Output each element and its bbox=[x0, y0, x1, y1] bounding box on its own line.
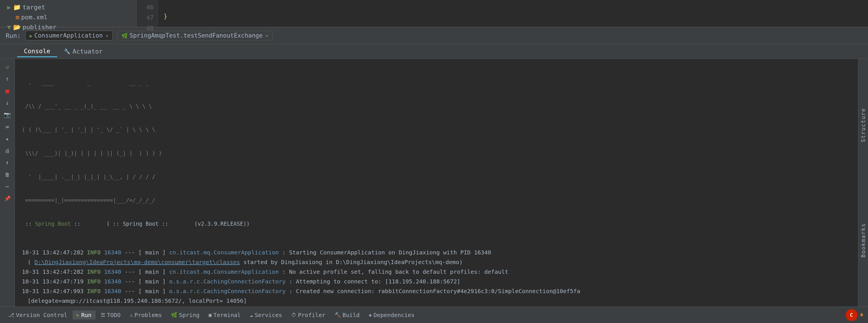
code-area: ▶ 📁 target m pom.xml ▼ 📂 publisher 46 47… bbox=[0, 0, 868, 27]
log-thread: main bbox=[145, 248, 159, 257]
line-number: 46 bbox=[136, 2, 154, 13]
pin-button[interactable]: 📌 bbox=[2, 193, 12, 203]
run-tab-consumer[interactable]: ▶ ConsumerApplication ✕ bbox=[25, 31, 113, 40]
file-tree-item-pom[interactable]: m pom.xml bbox=[0, 12, 136, 22]
log-bracket-open: [ bbox=[138, 277, 142, 286]
log-bracket-close: ] bbox=[162, 277, 165, 286]
log-level: INFO bbox=[87, 267, 101, 276]
delete-button[interactable]: 🗑 bbox=[2, 169, 12, 180]
status-run[interactable]: ▶ Run bbox=[72, 311, 96, 320]
log-bracket-close: ] bbox=[162, 267, 165, 276]
csdn-badge[interactable]: C ♦ bbox=[845, 309, 864, 321]
log-bracket-close: ] bbox=[162, 287, 165, 296]
log-message: : Created new connection: rabbitConnecti… bbox=[289, 287, 580, 296]
left-toolbar: ↺ ↑ ■ ↓ 📷 ⇌ ★ 🖨 ⬆ 🗑 − 📌 bbox=[0, 59, 15, 306]
log-link[interactable]: D:\DingJiaxiong\IdeaProjects\mq-demo\con… bbox=[34, 259, 240, 266]
status-build[interactable]: 🔨 Build bbox=[331, 311, 364, 320]
banner-line: ( ( )\___ | '_ | '_| | '_ \/ _` | \ \ \ … bbox=[22, 126, 851, 134]
line-numbers: 46 47 48 bbox=[136, 0, 158, 27]
log-timestamp: 10-31 13:42:47:282 bbox=[22, 248, 84, 257]
terminal-label: Terminal bbox=[213, 312, 241, 318]
run-label: Run: bbox=[6, 32, 21, 39]
file-tree-label: publisher bbox=[23, 24, 56, 31]
status-spring[interactable]: 🌿 Spring bbox=[167, 311, 204, 320]
status-services[interactable]: ☁ Services bbox=[246, 311, 286, 320]
file-tree-item-target[interactable]: ▶ 📁 target bbox=[0, 2, 136, 12]
bookmarks-label[interactable]: Bookmarks bbox=[860, 223, 866, 258]
print-button[interactable]: 🖨 bbox=[2, 145, 12, 156]
build-label: Build bbox=[343, 312, 360, 318]
log-message: : No active profile set, falling back to… bbox=[282, 267, 508, 276]
log-class: o.s.a.r.c.CachingConnectionFactory bbox=[169, 287, 286, 296]
log-class: cn.itcast.mq.ConsumerApplication bbox=[169, 248, 279, 257]
log-timestamp: 10-31 13:42:47:719 bbox=[22, 277, 84, 286]
log-class: o.s.a.r.c.CachingConnectionFactory bbox=[169, 277, 286, 286]
refresh-button[interactable]: ↺ bbox=[2, 62, 12, 72]
status-profiler[interactable]: ⏱ Profiler bbox=[287, 311, 330, 320]
star-button[interactable]: ★ bbox=[2, 134, 12, 144]
log-pid: 16340 bbox=[104, 287, 121, 296]
scroll-up-button[interactable]: ↑ bbox=[2, 74, 12, 84]
status-dependencies[interactable]: ◈ Dependencies bbox=[365, 311, 418, 320]
log-timestamp: 10-31 13:42:47:282 bbox=[22, 267, 84, 276]
console-tabs-bar: Console 🔧 Actuator bbox=[0, 44, 868, 59]
spring-banner: . ____ _ __ _ _ /\\ / ___'_ __ _ _(_)_ _… bbox=[22, 63, 851, 244]
banner-line: /\\ / ___'_ __ _ _(_)_ __ __ _ \ \ \ \ bbox=[22, 102, 851, 110]
run-label: Run bbox=[81, 312, 91, 318]
log-bracket-open: [ bbox=[138, 248, 142, 257]
services-icon: ☁ bbox=[250, 312, 253, 318]
top-right-icon: ♦ bbox=[860, 311, 864, 319]
upload-button[interactable]: ⬆ bbox=[2, 157, 12, 168]
console-output[interactable]: . ____ _ __ _ _ /\\ / ___'_ __ _ _(_)_ _… bbox=[15, 59, 858, 306]
main-area: ↺ ↑ ■ ↓ 📷 ⇌ ★ 🖨 ⬆ 🗑 − 📌 . ____ _ __ _ _ … bbox=[0, 59, 868, 306]
structure-label[interactable]: Structure bbox=[860, 108, 866, 142]
wrap-button[interactable]: ⇌ bbox=[2, 121, 12, 132]
status-problems[interactable]: ⚠ Problems bbox=[126, 311, 166, 320]
log-continuation: [delegate=amqp://itcast@118.195.240.188:… bbox=[22, 297, 851, 305]
log-class: cn.itcast.mq.ConsumerApplication bbox=[169, 267, 279, 276]
status-terminal[interactable]: ▣ Terminal bbox=[205, 311, 245, 320]
file-tree-label: pom.xml bbox=[21, 14, 48, 21]
banner-line: \\\/ ___)| |_)| | | | | || (_| | ) ) ) ) bbox=[22, 149, 851, 157]
scroll-down-button[interactable]: ↓ bbox=[2, 98, 12, 108]
minus-button[interactable]: − bbox=[2, 181, 12, 192]
todo-label: TODO bbox=[107, 312, 121, 318]
dependencies-label: Dependencies bbox=[374, 312, 415, 318]
status-bar: ⎇ Version Control ▶ Run ☰ TODO ⚠ Problem… bbox=[0, 306, 868, 323]
folder-icon: 📂 bbox=[13, 24, 21, 31]
log-pid: 16340 bbox=[104, 277, 121, 286]
run-tab-label: SpringAmqpTest.testSendFanoutExchange bbox=[129, 32, 262, 39]
close-icon[interactable]: ✕ bbox=[266, 33, 268, 38]
log-bracket-close: ] bbox=[162, 248, 165, 257]
log-thread: main bbox=[145, 287, 159, 296]
line-number: 47 bbox=[136, 13, 154, 23]
stop-button[interactable]: ■ bbox=[2, 86, 12, 96]
banner-line: =========|_|===============|___/=/_/_/_/ bbox=[22, 196, 851, 204]
problems-label: Problems bbox=[134, 312, 162, 318]
folder-icon: 📁 bbox=[13, 4, 21, 11]
close-icon[interactable]: ✕ bbox=[105, 33, 108, 38]
log-timestamp: 10-31 13:42:47:993 bbox=[22, 287, 84, 296]
log-line-2: 10-31 13:42:47:282 INFO 16340 --- [ main… bbox=[22, 267, 851, 276]
log-sep: --- bbox=[125, 248, 135, 257]
banner-line: ' |____| .__|_| |_|_| |_\__, | / / / / bbox=[22, 173, 851, 181]
spring-icon: 🌿 bbox=[122, 33, 128, 39]
banner-line: :: Spring Boot :: ( :: Spring Boot :: (v… bbox=[22, 220, 851, 228]
log-thread: main bbox=[145, 267, 159, 276]
status-version-control[interactable]: ⎇ Version Control bbox=[4, 311, 71, 320]
terminal-icon: ▣ bbox=[209, 312, 212, 318]
build-icon: 🔨 bbox=[335, 312, 341, 318]
camera-button[interactable]: 📷 bbox=[2, 110, 12, 120]
run-tab-springamqp[interactable]: 🌿 SpringAmqpTest.testSendFanoutExchange … bbox=[117, 31, 273, 40]
log-link-rest: started by DingJiaxiong in D:\DingJiaxio… bbox=[244, 259, 463, 266]
profiler-icon: ⏱ bbox=[291, 312, 297, 318]
tab-console[interactable]: Console bbox=[17, 46, 57, 57]
code-line-47: } bbox=[163, 11, 862, 22]
log-sep: --- bbox=[125, 287, 135, 296]
arrow-icon: ▶ bbox=[7, 4, 11, 11]
status-todo[interactable]: ☰ TODO bbox=[97, 311, 125, 320]
tab-actuator[interactable]: 🔧 Actuator bbox=[57, 46, 110, 57]
version-control-icon: ⎇ bbox=[8, 312, 14, 318]
log-paren-open: ( bbox=[28, 259, 31, 266]
log-pid: 16340 bbox=[104, 248, 121, 257]
